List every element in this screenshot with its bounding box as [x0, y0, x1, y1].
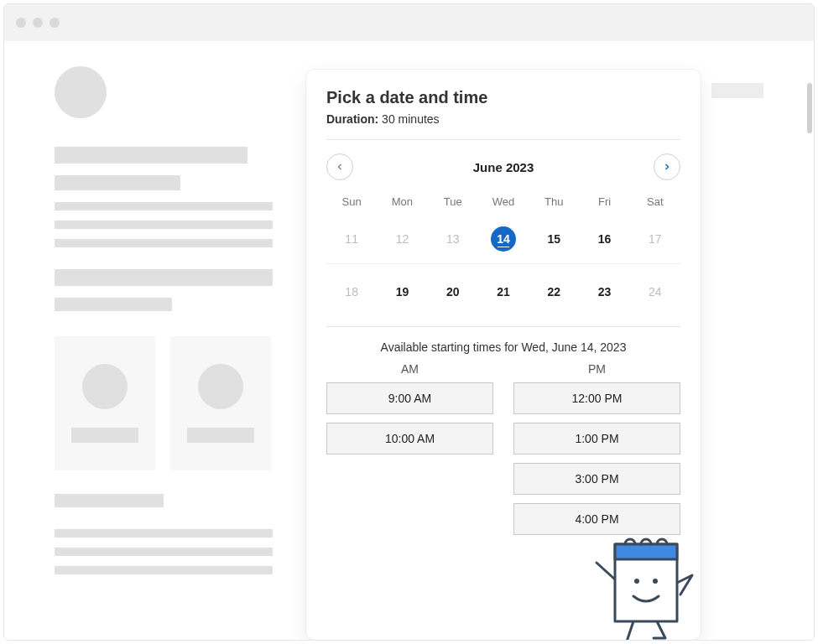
window-dot: [49, 18, 60, 28]
browser-window: Pick a date and time Duration: 30 minute…: [3, 3, 815, 641]
month-label: June 2023: [473, 160, 534, 174]
prev-month-button[interactable]: [326, 153, 353, 180]
svg-point-3: [653, 579, 658, 584]
nav-item[interactable]: [711, 83, 763, 98]
window-dot: [16, 18, 26, 28]
duration-label: Duration:: [326, 112, 378, 126]
am-label: AM: [326, 362, 493, 376]
calendar-day[interactable]: 21: [478, 271, 529, 313]
svg-rect-1: [615, 544, 677, 559]
calendar-day: 24: [630, 271, 680, 313]
weekday-label: Fri: [579, 192, 629, 211]
calendar-day: 12: [377, 218, 427, 260]
weekday-label: Sun: [326, 192, 377, 211]
weekday-label: Sat: [630, 192, 680, 211]
weekday-label: Mon: [377, 192, 427, 211]
calendar-day[interactable]: 23: [579, 271, 629, 313]
avatar-placeholder: [55, 66, 107, 118]
pm-label: PM: [513, 362, 680, 376]
weekday-row: SunMonTueWedThuFriSat: [326, 192, 680, 211]
calendar-day: 17: [630, 218, 680, 260]
calendar-grid: 1112131415161718192021222324: [326, 218, 680, 313]
scheduling-panel: Pick a date and time Duration: 30 minute…: [306, 70, 701, 640]
time-slot-button[interactable]: 3:00 PM: [513, 463, 680, 495]
time-slot-button[interactable]: 12:00 PM: [513, 382, 680, 414]
time-slot-button[interactable]: 1:00 PM: [513, 423, 680, 454]
calendar-day[interactable]: 14: [478, 218, 529, 260]
chevron-right-icon: [662, 162, 672, 172]
calendar-day[interactable]: 20: [428, 271, 478, 313]
weekday-label: Thu: [529, 192, 579, 211]
profile-card: [55, 336, 155, 470]
calendar-day: 11: [326, 218, 377, 260]
profile-card: [170, 336, 271, 470]
svg-point-2: [634, 579, 639, 584]
time-slot-button[interactable]: 4:00 PM: [513, 503, 680, 535]
page-wireframe: [4, 41, 306, 640]
svg-rect-0: [615, 544, 677, 621]
duration-line: Duration: 30 minutes: [326, 112, 680, 126]
calendar-row: 18192021222324: [326, 271, 680, 313]
time-slot-button[interactable]: 9:00 AM: [326, 382, 493, 414]
time-slot-button[interactable]: 10:00 AM: [326, 423, 493, 454]
calendar-day: 18: [326, 271, 377, 313]
calendar-day[interactable]: 16: [579, 218, 629, 260]
panel-title: Pick a date and time: [326, 88, 680, 107]
duration-value: 30 minutes: [382, 112, 439, 126]
calendar-day: 13: [428, 218, 478, 260]
calendar-day[interactable]: 19: [377, 271, 427, 313]
weekday-label: Wed: [478, 192, 529, 211]
calendar-row: 11121314151617: [326, 218, 680, 260]
window-title-bar: [4, 4, 814, 41]
calendar-day[interactable]: 15: [529, 218, 579, 260]
calendar-day[interactable]: 22: [529, 271, 579, 313]
scrollbar[interactable]: [807, 83, 812, 133]
next-month-button[interactable]: [654, 153, 680, 180]
window-dot: [33, 18, 43, 28]
weekday-label: Tue: [428, 192, 478, 211]
chevron-left-icon: [335, 162, 345, 172]
available-heading: Available starting times for Wed, June 1…: [326, 340, 680, 354]
